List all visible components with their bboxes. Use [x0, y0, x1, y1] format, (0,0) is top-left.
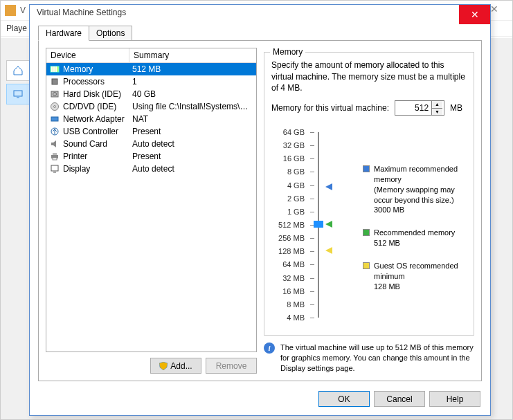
remove-button: Remove — [206, 358, 257, 374]
scale-label: 64 GB — [271, 128, 305, 136]
device-name: Hard Disk (IDE) — [63, 89, 121, 99]
device-list[interactable]: Device Summary Memory512 MBProcessors1Ha… — [46, 48, 257, 352]
settings-dialog: Virtual Machine Settings ✕ Hardware Opti… — [29, 4, 491, 416]
legend-rec-swatch — [363, 229, 370, 236]
col-summary[interactable]: Summary — [129, 48, 256, 62]
legend-max-value: 3000 MB — [374, 205, 467, 215]
device-name: USB Controller — [63, 127, 118, 136]
graphics-memory-info: i The virtual machine will use up to 512… — [264, 343, 474, 374]
svg-rect-0 — [14, 91, 22, 96]
dialog-title: Virtual Machine Settings — [37, 8, 126, 17]
dialog-footer: OK Cancel Help — [30, 384, 490, 415]
device-summary: NAT — [129, 114, 256, 124]
legend-rec-label: Recommended memory — [374, 228, 455, 238]
scale-label: 8 MB — [271, 300, 305, 309]
scale-label: 32 GB — [271, 141, 305, 149]
device-summary: Using file C:\Install\!Systems\MyH... — [129, 102, 256, 111]
legend-rec: Recommended memory 512 MB — [363, 228, 467, 248]
col-device[interactable]: Device — [46, 48, 129, 62]
sidebar-vm-button[interactable] — [6, 84, 30, 104]
scale-label: 4 MB — [271, 313, 305, 322]
help-button[interactable]: Help — [429, 391, 480, 407]
recommended-marker — [325, 221, 332, 228]
hdd-icon — [49, 89, 60, 100]
device-name: Display — [63, 164, 90, 174]
dialog-close-button[interactable]: ✕ — [459, 5, 490, 24]
home-icon — [12, 65, 24, 76]
device-row-cpu[interactable]: Processors1 — [46, 75, 256, 88]
device-summary: Present — [129, 152, 256, 161]
device-row-nic[interactable]: Network AdapterNAT — [46, 113, 256, 125]
tab-content: Device Summary Memory512 MBProcessors1Ha… — [38, 40, 482, 381]
parent-title: V — [20, 6, 26, 15]
device-row-display[interactable]: DisplayAuto detect — [46, 163, 256, 175]
printer-icon — [49, 151, 60, 162]
device-row-hdd[interactable]: Hard Disk (IDE)40 GB — [46, 88, 256, 100]
device-summary: 40 GB — [129, 89, 256, 99]
svg-rect-6 — [52, 79, 57, 84]
memory-description: Specify the amount of memory allocated t… — [271, 60, 467, 93]
scale-label: 16 GB — [271, 154, 305, 163]
memory-group-title: Memory — [270, 47, 305, 57]
slider-scale-labels: 64 GB32 GB16 GB8 GB4 GB2 GB1 GB512 MB256… — [271, 128, 307, 322]
legend-min-value: 128 MB — [374, 282, 467, 292]
spin-down[interactable]: ▼ — [432, 109, 442, 116]
scale-label: 64 MB — [271, 260, 305, 268]
ok-button[interactable]: OK — [318, 391, 370, 407]
scale-label: 256 MB — [271, 234, 305, 242]
device-row-cd[interactable]: CD/DVD (IDE)Using file C:\Install\!Syste… — [46, 100, 256, 113]
svg-rect-15 — [53, 158, 57, 160]
cancel-button[interactable]: Cancel — [374, 391, 425, 407]
memory-input-row: Memory for this virtual machine: ▲ ▼ MB — [271, 100, 467, 116]
legend-min-label: Guest OS recommended minimum — [374, 261, 467, 282]
legend-rec-value: 512 MB — [374, 238, 455, 248]
scale-label: 2 GB — [271, 194, 305, 203]
tab-hardware[interactable]: Hardware — [38, 26, 89, 41]
slider-track[interactable] — [307, 128, 335, 322]
add-button[interactable]: Add... — [150, 358, 201, 374]
svg-rect-16 — [51, 165, 58, 171]
info-icon: i — [264, 343, 275, 354]
device-row-printer[interactable]: PrinterPresent — [46, 150, 256, 163]
dialog-titlebar: Virtual Machine Settings — [30, 5, 490, 19]
dialog-body: Hardware Options Device Summary Memory51… — [30, 19, 490, 384]
nic-icon — [49, 113, 60, 125]
scale-label: 512 MB — [271, 221, 305, 229]
add-button-label: Add... — [170, 361, 192, 371]
memory-panel: Memory Specify the amount of memory allo… — [264, 48, 474, 374]
max-marker — [325, 183, 332, 190]
device-name: Network Adapter — [63, 114, 125, 124]
memory-input-label: Memory for this virtual machine: — [271, 103, 389, 113]
legend-min: Guest OS recommended minimum 128 MB — [363, 261, 467, 292]
device-name: Processors — [63, 77, 105, 86]
device-name: Printer — [63, 152, 87, 161]
scale-label: 16 MB — [271, 287, 305, 295]
tab-options[interactable]: Options — [89, 26, 132, 41]
device-summary: Present — [129, 127, 256, 136]
cd-icon — [49, 101, 60, 112]
spinner-buttons: ▲ ▼ — [431, 101, 442, 115]
legend-min-swatch — [363, 262, 370, 269]
monitor-icon — [12, 89, 24, 100]
device-row-sound[interactable]: Sound CardAuto detect — [46, 138, 256, 150]
memory-input[interactable] — [395, 101, 431, 115]
device-panel: Device Summary Memory512 MBProcessors1Ha… — [46, 48, 257, 374]
tab-strip: Hardware Options — [38, 25, 482, 40]
scale-label: 4 GB — [271, 181, 305, 190]
device-name: Memory — [63, 64, 93, 74]
min-marker — [325, 247, 332, 254]
device-name: CD/DVD (IDE) — [63, 102, 116, 111]
scale-label: 1 GB — [271, 208, 305, 216]
device-summary: 1 — [129, 77, 256, 86]
usb-icon — [49, 126, 60, 137]
svg-point-10 — [54, 106, 56, 108]
device-row-memory[interactable]: Memory512 MB — [46, 63, 256, 75]
legend-max: Maximum recommended memory (Memory swapp… — [363, 164, 467, 215]
slider-thumb[interactable] — [314, 221, 323, 228]
device-summary: Auto detect — [129, 139, 256, 149]
memory-spinner[interactable]: ▲ ▼ — [395, 100, 444, 116]
sidebar-home-button[interactable] — [6, 60, 30, 81]
device-row-usb[interactable]: USB ControllerPresent — [46, 125, 256, 138]
device-buttons: Add... Remove — [46, 358, 257, 374]
spin-up[interactable]: ▲ — [432, 101, 442, 109]
